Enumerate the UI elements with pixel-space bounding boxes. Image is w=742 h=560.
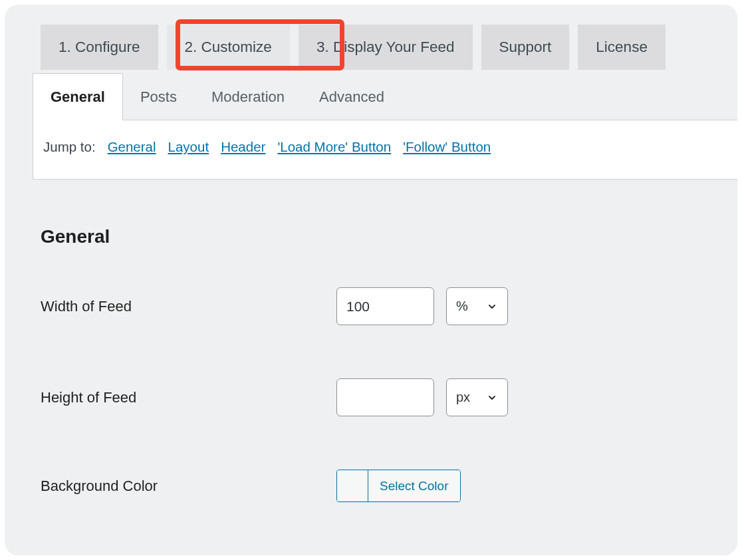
tab-configure[interactable]: 1. Configure bbox=[41, 25, 158, 70]
input-height-value[interactable] bbox=[336, 378, 434, 416]
select-height-unit[interactable]: px bbox=[446, 378, 508, 416]
controls-background-color: Select Color bbox=[336, 470, 461, 502]
row-width-of-feed: Width of Feed % bbox=[41, 287, 701, 325]
label-background-color: Background Color bbox=[41, 478, 336, 495]
sub-tab-advanced[interactable]: Advanced bbox=[302, 73, 402, 120]
section-heading-general: General bbox=[41, 226, 701, 247]
row-height-of-feed: Height of Feed px bbox=[41, 378, 701, 416]
jump-to-bar: Jump to: General Layout Header 'Load Mor… bbox=[33, 120, 737, 180]
tab-license[interactable]: License bbox=[578, 25, 666, 70]
sub-tabs: General Posts Moderation Advanced bbox=[5, 73, 737, 120]
primary-tabs: 1. Configure 2. Customize 3. Display You… bbox=[5, 5, 737, 70]
jump-link-general[interactable]: General bbox=[108, 139, 156, 155]
jump-link-header[interactable]: Header bbox=[221, 139, 265, 155]
settings-content: General Width of Feed % Height of Feed p bbox=[5, 180, 737, 502]
button-select-color-label: Select Color bbox=[368, 470, 460, 501]
controls-height-of-feed: px bbox=[336, 378, 508, 416]
sub-tab-posts[interactable]: Posts bbox=[123, 73, 194, 120]
label-width-of-feed: Width of Feed bbox=[41, 298, 336, 315]
select-width-unit[interactable]: % bbox=[446, 287, 508, 325]
select-height-unit-value: px bbox=[456, 390, 470, 405]
tab-display-feed[interactable]: 3. Display Your Feed bbox=[299, 25, 473, 70]
color-swatch-preview bbox=[337, 470, 368, 501]
label-height-of-feed: Height of Feed bbox=[41, 389, 336, 406]
tab-customize[interactable]: 2. Customize bbox=[167, 25, 290, 70]
jump-to-label: Jump to: bbox=[43, 139, 96, 155]
sub-tab-general[interactable]: General bbox=[33, 73, 123, 120]
chevron-down-icon bbox=[486, 392, 498, 404]
jump-link-follow[interactable]: 'Follow' Button bbox=[403, 139, 491, 155]
sub-tab-moderation[interactable]: Moderation bbox=[194, 73, 302, 120]
chevron-down-icon bbox=[486, 301, 498, 313]
input-width-value[interactable] bbox=[336, 287, 434, 325]
jump-link-layout[interactable]: Layout bbox=[168, 139, 209, 155]
controls-width-of-feed: % bbox=[336, 287, 508, 325]
row-background-color: Background Color Select Color bbox=[41, 470, 701, 502]
settings-page: 1. Configure 2. Customize 3. Display You… bbox=[5, 5, 737, 555]
jump-link-load-more[interactable]: 'Load More' Button bbox=[277, 139, 391, 155]
select-width-unit-value: % bbox=[456, 299, 468, 314]
tab-support[interactable]: Support bbox=[481, 25, 570, 70]
button-select-color[interactable]: Select Color bbox=[336, 470, 461, 502]
